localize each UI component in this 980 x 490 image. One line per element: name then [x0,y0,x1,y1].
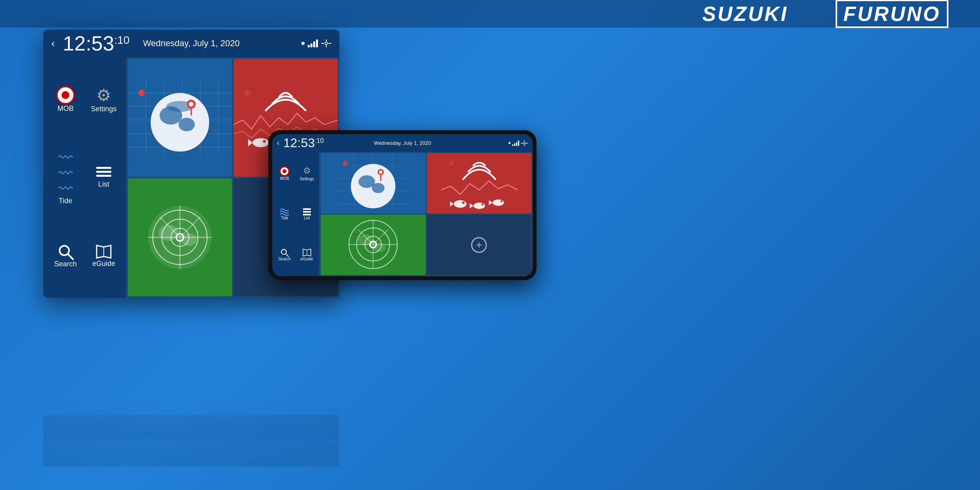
sidebar-item-search-label: Search [54,260,77,268]
tablet-radar-tile[interactable] [128,178,232,296]
tablet-sidebar: MOB ⚙ Settings 〰〰〰 Tide List [43,57,126,298]
phone-sidebar-settings[interactable]: ⚙ Settings [296,153,318,193]
sidebar-item-tide-label: Tide [59,197,72,205]
phone-mob-inner [282,169,286,173]
svg-point-86 [473,203,485,209]
svg-point-88 [481,204,483,206]
sidebar-item-settings-label: Settings [91,105,116,113]
phone-signal-bars [512,140,519,146]
sidebar-item-search[interactable]: Search [47,218,84,294]
tablet-reflection-content [43,415,339,466]
svg-point-83 [454,200,466,208]
list-icon [95,166,112,180]
svg-point-64 [281,249,286,254]
svg-point-60 [524,142,525,144]
phone-device: ‹ 12:53:10 Wednesday, July 1, 2020 [268,130,537,280]
tablet-header: ‹ 12:53:10 Wednesday, July 1, 2020 [43,30,339,57]
phone-search-icon [280,248,289,257]
phone-body: MOB ⚙ Settings Tide [272,152,533,276]
svg-line-10 [68,254,73,259]
sidebar-item-mob-label: MOB [57,105,73,113]
svg-rect-63 [303,214,311,215]
phone-sonar-content [427,153,532,213]
phone-sidebar: MOB ⚙ Settings Tide [272,152,320,276]
phone-eguide-label: eGuide [301,257,313,261]
phone-eguide-icon [302,248,312,257]
tablet-map-tile[interactable] [128,59,232,177]
phone-signal-icons [509,140,528,146]
phone-header: ‹ 12:53:10 Wednesday, July 1, 2020 [272,134,533,152]
phone-mob-icon [279,166,290,176]
phone-sidebar-tide[interactable]: Tide [274,194,295,234]
phone-sidebar-mob[interactable]: MOB [274,153,295,193]
tide-icon: 〰〰〰 [58,150,73,197]
phone-time: 12:53:10 [283,136,324,150]
phone-add-label: + [476,239,482,251]
mob-icon [56,86,75,105]
svg-rect-8 [96,175,111,177]
svg-point-85 [462,201,464,204]
furuno-logo: FURUNO [836,0,948,28]
phone-app-grid: + [320,152,533,276]
sidebar-item-eguide-label: eGuide [92,260,115,268]
phone-map-content [321,153,426,213]
sidebar-item-tide[interactable]: 〰〰〰 Tide [47,139,84,215]
svg-point-92 [449,161,454,166]
phone-list-icon [303,208,311,216]
phone-sidebar-eguide[interactable]: eGuide [296,235,318,275]
tablet-date: Wednesday, July 1, 2020 [143,38,239,49]
sidebar-item-eguide[interactable]: eGuide [86,218,122,294]
svg-point-81 [342,161,348,166]
phone-add-circle[interactable]: + [471,237,487,253]
phone-radar-tile[interactable] [321,215,426,275]
eguide-icon [95,244,112,260]
phone-radar-content [321,215,426,275]
svg-point-91 [500,200,502,202]
svg-point-89 [492,200,504,206]
sidebar-item-list-label: List [98,180,109,189]
sidebar-item-mob[interactable]: MOB [47,61,84,137]
phone-map-tile[interactable] [321,153,426,213]
signal-dot [301,42,305,45]
signal-bars-icon [308,39,318,47]
svg-point-53 [159,224,179,241]
svg-point-5 [325,42,327,45]
phone-add-tile[interactable]: + [427,215,532,275]
svg-point-79 [379,170,382,174]
svg-point-29 [189,102,193,106]
phone-list-label: List [304,216,310,220]
phone-screen: ‹ 12:53:10 Wednesday, July 1, 2020 [272,134,533,276]
svg-point-33 [252,138,269,147]
svg-point-35 [263,140,266,143]
sidebar-item-settings[interactable]: ⚙ Settings [86,61,122,137]
svg-rect-6 [96,167,111,169]
satellite-icon [321,39,331,47]
phone-search-label: Search [278,257,291,261]
suzuki-logo: SUZUKI [702,2,788,26]
search-icon [57,243,74,260]
phone-back-button[interactable]: ‹ [277,139,279,147]
radar-tile-content [128,178,232,296]
tablet-time: 12:53:10 [63,32,129,55]
svg-point-103 [373,243,386,252]
back-button[interactable]: ‹ [51,37,55,50]
phone-satellite-icon [521,140,528,146]
brand-bar: SUZUKI FURUNO [0,0,980,28]
phone-sidebar-list[interactable]: List [296,194,318,234]
sidebar-item-list[interactable]: List [86,139,122,215]
phone-signal-dot [509,142,511,144]
phone-sonar-tile[interactable] [427,153,532,213]
phone-tide-icon [280,208,289,216]
phone-date: Wednesday, July 1, 2020 [374,140,431,146]
svg-point-77 [372,183,385,193]
map-tile-content [128,59,232,177]
svg-point-9 [60,246,69,255]
svg-rect-62 [303,211,311,213]
phone-sidebar-search[interactable]: Search [274,235,295,275]
phone-settings-label: Settings [300,177,314,181]
svg-rect-61 [303,208,311,210]
settings-icon: ⚙ [96,86,111,105]
svg-rect-7 [96,171,111,173]
svg-point-26 [179,118,195,131]
mob-inner [62,91,69,99]
